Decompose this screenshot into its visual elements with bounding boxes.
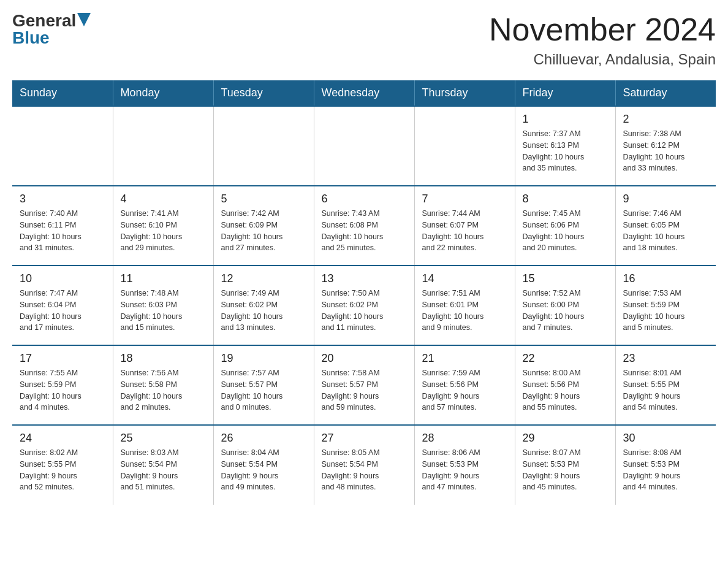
calendar-cell: 15Sunrise: 7:52 AM Sunset: 6:00 PM Dayli… — [515, 266, 615, 345]
day-info: Sunrise: 7:46 AM Sunset: 6:05 PM Dayligh… — [623, 208, 709, 254]
logo-blue-text: Blue — [12, 29, 50, 47]
calendar-cell: 29Sunrise: 8:07 AM Sunset: 5:53 PM Dayli… — [515, 425, 615, 505]
day-number: 3 — [20, 193, 105, 205]
calendar-cell: 7Sunrise: 7:44 AM Sunset: 6:07 PM Daylig… — [414, 186, 515, 266]
day-number: 27 — [322, 432, 407, 445]
weekday-header-tuesday: Tuesday — [213, 80, 314, 106]
calendar-cell: 8Sunrise: 7:45 AM Sunset: 6:06 PM Daylig… — [515, 186, 615, 266]
calendar-cell: 17Sunrise: 7:55 AM Sunset: 5:59 PM Dayli… — [12, 345, 113, 425]
day-info: Sunrise: 8:04 AM Sunset: 5:54 PM Dayligh… — [221, 447, 306, 493]
day-number: 30 — [623, 432, 709, 445]
calendar-cell: 13Sunrise: 7:50 AM Sunset: 6:02 PM Dayli… — [314, 266, 414, 345]
logo: General Blue — [12, 12, 91, 47]
calendar-cell: 6Sunrise: 7:43 AM Sunset: 6:08 PM Daylig… — [314, 186, 414, 266]
weekday-header-row: SundayMondayTuesdayWednesdayThursdayFrid… — [12, 80, 716, 106]
svg-marker-0 — [77, 13, 91, 26]
calendar-cell: 11Sunrise: 7:48 AM Sunset: 6:03 PM Dayli… — [113, 266, 213, 345]
day-number: 17 — [20, 352, 105, 365]
day-number: 14 — [422, 272, 507, 285]
calendar-cell: 25Sunrise: 8:03 AM Sunset: 5:54 PM Dayli… — [113, 425, 213, 505]
day-info: Sunrise: 7:44 AM Sunset: 6:07 PM Dayligh… — [422, 208, 507, 254]
calendar-cell: 5Sunrise: 7:42 AM Sunset: 6:09 PM Daylig… — [213, 186, 314, 266]
day-info: Sunrise: 7:38 AM Sunset: 6:12 PM Dayligh… — [623, 128, 709, 174]
weekday-header-sunday: Sunday — [12, 80, 113, 106]
calendar-cell: 24Sunrise: 8:02 AM Sunset: 5:55 PM Dayli… — [12, 425, 113, 505]
day-info: Sunrise: 7:59 AM Sunset: 5:56 PM Dayligh… — [422, 367, 507, 413]
calendar-cell: 12Sunrise: 7:49 AM Sunset: 6:02 PM Dayli… — [213, 266, 314, 345]
day-info: Sunrise: 7:56 AM Sunset: 5:58 PM Dayligh… — [121, 367, 206, 413]
day-info: Sunrise: 7:50 AM Sunset: 6:02 PM Dayligh… — [322, 288, 407, 334]
day-info: Sunrise: 7:42 AM Sunset: 6:09 PM Dayligh… — [221, 208, 306, 254]
day-info: Sunrise: 7:57 AM Sunset: 5:57 PM Dayligh… — [221, 367, 306, 413]
day-number: 7 — [422, 193, 507, 205]
day-number: 13 — [322, 272, 407, 285]
calendar-cell: 9Sunrise: 7:46 AM Sunset: 6:05 PM Daylig… — [615, 186, 716, 266]
calendar-week-row: 10Sunrise: 7:47 AM Sunset: 6:04 PM Dayli… — [12, 266, 716, 345]
weekday-header-wednesday: Wednesday — [314, 80, 414, 106]
day-info: Sunrise: 7:53 AM Sunset: 5:59 PM Dayligh… — [623, 288, 709, 334]
calendar-cell: 3Sunrise: 7:40 AM Sunset: 6:11 PM Daylig… — [12, 186, 113, 266]
calendar-cell: 18Sunrise: 7:56 AM Sunset: 5:58 PM Dayli… — [113, 345, 213, 425]
calendar-cell: 14Sunrise: 7:51 AM Sunset: 6:01 PM Dayli… — [414, 266, 515, 345]
month-title: November 2024 — [489, 12, 716, 47]
weekday-header-friday: Friday — [515, 80, 615, 106]
calendar-week-row: 1Sunrise: 7:37 AM Sunset: 6:13 PM Daylig… — [12, 106, 716, 186]
day-info: Sunrise: 8:03 AM Sunset: 5:54 PM Dayligh… — [121, 447, 206, 493]
day-number: 24 — [20, 432, 105, 445]
day-info: Sunrise: 8:01 AM Sunset: 5:55 PM Dayligh… — [623, 367, 709, 413]
day-info: Sunrise: 7:40 AM Sunset: 6:11 PM Dayligh… — [20, 208, 105, 254]
calendar-cell: 27Sunrise: 8:05 AM Sunset: 5:54 PM Dayli… — [314, 425, 414, 505]
calendar-cell: 30Sunrise: 8:08 AM Sunset: 5:53 PM Dayli… — [615, 425, 716, 505]
day-info: Sunrise: 7:52 AM Sunset: 6:00 PM Dayligh… — [523, 288, 608, 334]
day-number: 5 — [221, 193, 306, 205]
day-number: 21 — [422, 352, 507, 365]
day-number: 8 — [523, 193, 608, 205]
page-header: General Blue November 2024 Chilluevar, A… — [12, 12, 716, 68]
day-number: 6 — [322, 193, 407, 205]
calendar-cell — [213, 106, 314, 186]
calendar-cell: 28Sunrise: 8:06 AM Sunset: 5:53 PM Dayli… — [414, 425, 515, 505]
calendar-cell — [414, 106, 515, 186]
day-number: 19 — [221, 352, 306, 365]
day-number: 11 — [121, 272, 206, 285]
day-info: Sunrise: 8:00 AM Sunset: 5:56 PM Dayligh… — [523, 367, 608, 413]
calendar-cell — [314, 106, 414, 186]
day-info: Sunrise: 8:06 AM Sunset: 5:53 PM Dayligh… — [422, 447, 507, 493]
calendar-cell — [113, 106, 213, 186]
day-info: Sunrise: 7:49 AM Sunset: 6:02 PM Dayligh… — [221, 288, 306, 334]
day-number: 15 — [523, 272, 608, 285]
calendar-cell: 23Sunrise: 8:01 AM Sunset: 5:55 PM Dayli… — [615, 345, 716, 425]
day-info: Sunrise: 7:41 AM Sunset: 6:10 PM Dayligh… — [121, 208, 206, 254]
day-info: Sunrise: 7:47 AM Sunset: 6:04 PM Dayligh… — [20, 288, 105, 334]
day-number: 28 — [422, 432, 507, 445]
calendar-week-row: 17Sunrise: 7:55 AM Sunset: 5:59 PM Dayli… — [12, 345, 716, 425]
day-number: 1 — [523, 113, 608, 126]
weekday-header-monday: Monday — [113, 80, 213, 106]
day-number: 25 — [121, 432, 206, 445]
calendar-cell: 20Sunrise: 7:58 AM Sunset: 5:57 PM Dayli… — [314, 345, 414, 425]
calendar-cell: 4Sunrise: 7:41 AM Sunset: 6:10 PM Daylig… — [113, 186, 213, 266]
day-number: 22 — [523, 352, 608, 365]
day-info: Sunrise: 8:02 AM Sunset: 5:55 PM Dayligh… — [20, 447, 105, 493]
calendar-week-row: 24Sunrise: 8:02 AM Sunset: 5:55 PM Dayli… — [12, 425, 716, 505]
calendar-week-row: 3Sunrise: 7:40 AM Sunset: 6:11 PM Daylig… — [12, 186, 716, 266]
weekday-header-thursday: Thursday — [414, 80, 515, 106]
title-section: November 2024 Chilluevar, Andalusia, Spa… — [489, 12, 716, 68]
calendar-cell: 21Sunrise: 7:59 AM Sunset: 5:56 PM Dayli… — [414, 345, 515, 425]
day-number: 26 — [221, 432, 306, 445]
day-number: 23 — [623, 352, 709, 365]
logo-general-text: General — [12, 12, 76, 29]
day-number: 2 — [623, 113, 709, 126]
logo-triangle-icon — [77, 13, 91, 26]
day-info: Sunrise: 8:05 AM Sunset: 5:54 PM Dayligh… — [322, 447, 407, 493]
day-info: Sunrise: 8:08 AM Sunset: 5:53 PM Dayligh… — [623, 447, 709, 493]
calendar-cell: 16Sunrise: 7:53 AM Sunset: 5:59 PM Dayli… — [615, 266, 716, 345]
day-number: 18 — [121, 352, 206, 365]
calendar-cell: 19Sunrise: 7:57 AM Sunset: 5:57 PM Dayli… — [213, 345, 314, 425]
weekday-header-saturday: Saturday — [615, 80, 716, 106]
day-info: Sunrise: 7:58 AM Sunset: 5:57 PM Dayligh… — [322, 367, 407, 413]
day-number: 4 — [121, 193, 206, 205]
day-number: 20 — [322, 352, 407, 365]
day-info: Sunrise: 7:45 AM Sunset: 6:06 PM Dayligh… — [523, 208, 608, 254]
day-number: 10 — [20, 272, 105, 285]
